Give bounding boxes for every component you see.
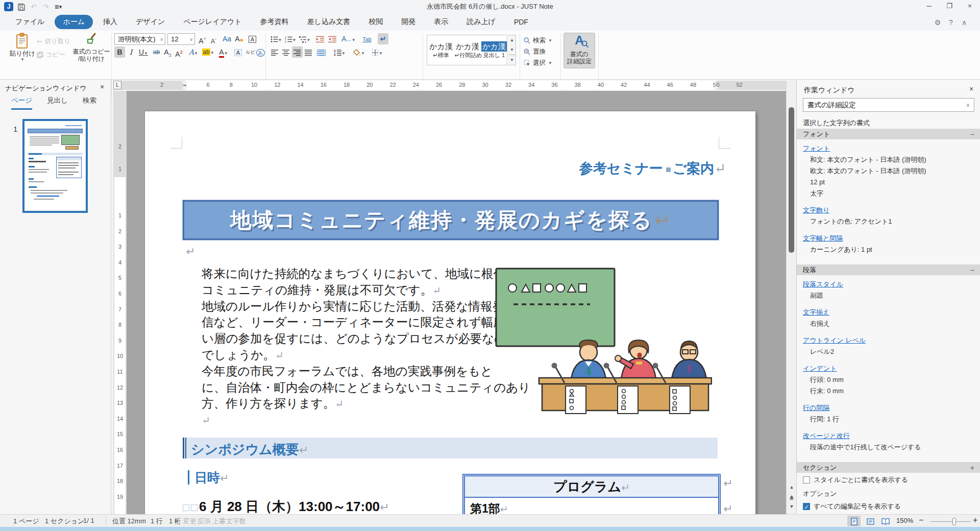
collapse-icon[interactable]: − [970,130,974,138]
pane-section-セクション[interactable]: セクション+ [797,462,980,473]
paste-dropdown-arrow[interactable]: ▼ [9,57,36,62]
maximize-button[interactable]: ❐ [939,0,960,13]
align-right-button[interactable] [292,46,303,58]
font-size-combo[interactable]: 12∨ [167,33,195,45]
draft-view-icon[interactable] [864,516,877,526]
horizontal-ruler[interactable]: L 24681012141618202224262830323436384042… [113,81,786,90]
font-color-button[interactable]: A▼ [216,46,231,58]
pane-link-アウトライン レベル[interactable]: アウトライン レベル [797,334,980,346]
pane-link-文字揃え[interactable]: 文字揃え [797,306,980,318]
style-item-↵行間詰め[interactable]: かカ漢↵行間詰め [455,36,480,64]
multilevel-list-button[interactable]: ▼ [298,33,311,44]
numbered-list-button[interactable]: 123▼ [284,33,297,44]
replace-button[interactable]: ab 置換 [524,46,546,57]
style-item-見出し1[interactable]: かカ漢見出し 1 [481,36,507,64]
enclose-characters-button[interactable]: あ [255,46,266,58]
character-shading-button[interactable]: A [233,46,243,58]
tab-開発[interactable]: 開発 [393,15,424,29]
tab-ホーム[interactable]: ホーム [55,15,93,29]
superscript-button[interactable]: A2 [174,46,184,58]
close-button[interactable]: × [960,0,980,13]
show-style-format-checkbox[interactable]: スタイルごとに書式を表示する [803,475,976,485]
bold-button[interactable]: B [114,46,125,58]
shading-bucket-button[interactable]: ▼ [351,46,366,58]
style-gallery-more-icon[interactable]: ▼ [508,55,516,64]
nav-tab-ページ[interactable]: ページ [11,96,32,110]
tab-読み上げ[interactable]: 読み上げ [458,15,504,29]
style-gallery-down-icon[interactable]: ▼ [508,45,516,55]
bullet-list-button[interactable]: ▼ [270,33,283,44]
collapse-ribbon-icon[interactable]: ∧ [959,17,970,28]
pane-section-段落[interactable]: 段落− [797,264,980,275]
pane-link-文字飾り[interactable]: 文字飾り [797,204,980,216]
navigation-close-icon[interactable]: × [100,83,104,91]
italic-button[interactable]: I [126,46,136,58]
strikethrough-button[interactable]: ab [151,46,162,58]
align-left-button[interactable] [270,46,280,58]
settings-gear-icon[interactable]: ⚙ [932,17,943,28]
clear-formatting-button[interactable]: A◆ [234,33,244,44]
pane-link-段落スタイル[interactable]: 段落スタイル [797,278,980,290]
tab-selector-box[interactable]: L [113,81,121,89]
change-case-button[interactable]: Aa [222,33,232,44]
read-view-icon[interactable] [879,516,892,526]
tab-参考資料[interactable]: 参考資料 [252,15,297,29]
style-gallery-up-icon[interactable]: ▲ [508,35,516,45]
zoom-slider-thumb[interactable] [952,518,956,525]
decrease-indent-button[interactable] [314,33,325,44]
pane-section-フォント[interactable]: フォント− [797,129,980,139]
zoom-in-icon[interactable]: + [973,516,977,525]
collapse-icon[interactable]: − [970,266,974,274]
format-painter-button[interactable]: 書式のコピー/貼り付け [72,33,110,68]
previous-page-icon[interactable]: ▲▲ [787,482,797,492]
tab-表示[interactable]: 表示 [426,15,456,29]
zoom-slider[interactable] [930,521,971,522]
zoom-out-icon[interactable]: − [919,516,923,525]
nav-tab-検索[interactable]: 検索 [83,96,96,108]
task-pane-close-icon[interactable]: × [969,85,973,93]
style-item-↵標準[interactable]: かカ漢↵標準 [428,36,454,64]
task-pane-dropdown[interactable]: 書式の詳細設定∨ [803,98,974,112]
grow-font-button[interactable]: A+ [197,33,208,44]
document-page[interactable]: 参考セミナーご案内↵ 地域コミュニティ維持・発展のカギを探る↵ ↵ 将来に向けた… [145,111,755,514]
expand-icon[interactable]: + [970,464,974,472]
tab-ページレイアウト[interactable]: ページレイアウト [175,15,250,29]
tab-PDF[interactable]: PDF [506,15,536,29]
pane-link-文字幅と間隔[interactable]: 文字幅と間隔 [797,232,980,244]
minimize-button[interactable]: ─ [919,0,939,13]
scrollbar-thumb[interactable] [789,107,794,253]
page-thumbnail[interactable] [22,119,88,213]
pane-link-改ページと改行[interactable]: 改ページと改行 [797,430,980,442]
highlight-color-button[interactable]: ab▼ [201,46,215,58]
ruby-button[interactable]: ルビ [245,46,256,58]
pane-link-インデント[interactable]: インデント [797,363,980,374]
underline-button[interactable]: U▼ [137,46,150,58]
tab-差し込み文書[interactable]: 差し込み文書 [299,15,359,29]
line-spacing-button[interactable]: ▼ [332,46,347,58]
search-button[interactable]: 検索▼ [524,35,552,46]
select-button[interactable]: 選択▼ [524,57,552,68]
tab-setting-button[interactable]: Tab [359,33,375,44]
formatting-marks-toggle[interactable]: ↵ [378,33,388,44]
paste-button[interactable]: 貼り付け ▼ [9,33,36,68]
character-border-button[interactable]: A [247,33,258,44]
subscript-button[interactable]: A2 [162,46,173,58]
justify-button[interactable] [303,46,314,58]
pane-link-行の間隔[interactable]: 行の間隔 [797,402,980,414]
tab-ファイル[interactable]: ファイル [7,15,53,29]
font-name-combo[interactable]: 游明朝(本文)∨ [114,33,165,45]
tab-校閲[interactable]: 校閲 [360,15,391,29]
shrink-font-button[interactable]: A- [208,33,219,44]
character-width-button[interactable]: A↔▼ [341,33,356,44]
document-scrollbar[interactable]: ▲▲ ▦ ▼▼ [786,81,796,514]
tab-挿入[interactable]: 挿入 [95,15,126,29]
tab-デザイン[interactable]: デザイン [128,15,173,29]
next-page-icon[interactable]: ▼▼ [787,502,797,511]
nav-tab-見出し[interactable]: 見出し [47,96,68,108]
distribute-button[interactable] [314,46,328,58]
align-center-button[interactable] [281,46,291,58]
print-layout-view-icon[interactable] [847,516,861,526]
show-all-marks-checkbox[interactable]: ✓ すべての編集記号を表示する [803,502,976,511]
format-detail-settings-button[interactable]: A 書式の詳細設定 [564,33,595,68]
text-effects-button[interactable]: A▼ [187,46,200,58]
